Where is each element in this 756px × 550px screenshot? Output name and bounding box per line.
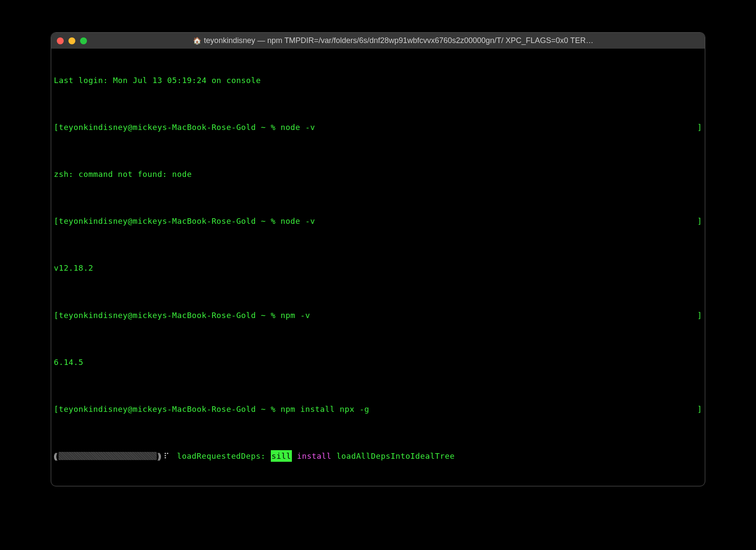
progress-fill: [59, 452, 157, 460]
node-version-line: v12.18.2: [54, 262, 702, 274]
phase-label: loadRequestedDeps:: [172, 450, 271, 462]
home-icon: 🏠: [193, 37, 201, 45]
title-label: teyonkindisney — npm TMPDIR=/var/folders…: [204, 36, 594, 45]
command-node-v-2: node -v: [281, 215, 315, 227]
command-node-v: node -v: [281, 121, 315, 133]
npm-version-line: 6.14.5: [54, 356, 702, 368]
sill-badge: sill: [271, 450, 292, 462]
window-title: 🏠 teyonkindisney — npm TMPDIR=/var/folde…: [87, 36, 699, 45]
minimize-button[interactable]: [68, 37, 75, 44]
prompt-line-4: [teyonkindisney@mickeys-MacBook-Rose-Gol…: [54, 403, 702, 415]
maximize-button[interactable]: [80, 37, 87, 44]
close-button[interactable]: [57, 37, 64, 44]
progress-bar: ⸨⸩: [54, 450, 161, 462]
error-line: zsh: command not found: node: [54, 168, 702, 180]
prompt-line-1: [teyonkindisney@mickeys-MacBook-Rose-Gol…: [54, 121, 702, 133]
terminal-body[interactable]: Last login: Mon Jul 13 05:19:24 on conso…: [51, 49, 705, 486]
progress-tail: loadAllDepsIntoIdealTree: [336, 450, 455, 462]
install-label: install: [292, 450, 336, 462]
command-npm-v: npm -v: [281, 309, 310, 321]
command-npm-install: npm install npx -g: [281, 403, 369, 415]
title-bar[interactable]: 🏠 teyonkindisney — npm TMPDIR=/var/folde…: [51, 33, 705, 49]
terminal-window: 🏠 teyonkindisney — npm TMPDIR=/var/folde…: [51, 32, 705, 486]
npm-progress-line: ⸨⸩⠏ loadRequestedDeps: sill install load…: [54, 450, 702, 462]
prompt-line-2: [teyonkindisney@mickeys-MacBook-Rose-Gol…: [54, 215, 702, 227]
traffic-lights: [57, 37, 87, 44]
spinner-icon: ⠏: [164, 450, 170, 462]
prompt-line-3: [teyonkindisney@mickeys-MacBook-Rose-Gol…: [54, 309, 702, 321]
last-login-line: Last login: Mon Jul 13 05:19:24 on conso…: [54, 74, 702, 86]
